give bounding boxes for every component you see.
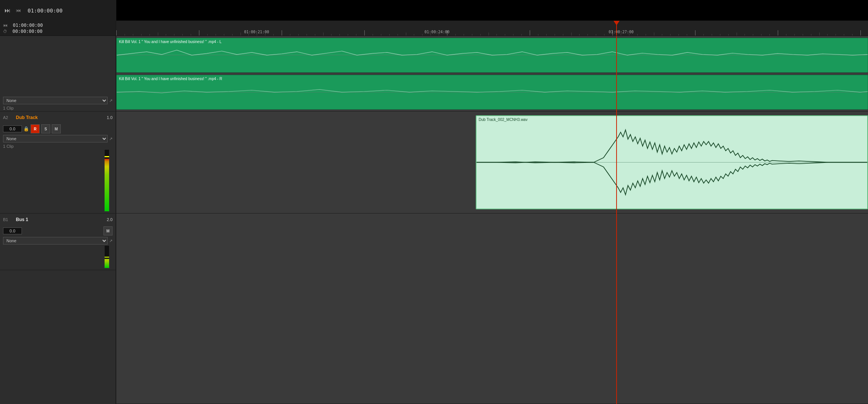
a1-clip-count: 1 Clip — [0, 105, 116, 111]
b1-controls-row: M — [0, 226, 116, 236]
app-container: ⏭ ⏮ 01:00:00:00 ⏮ 01:00:00:00 ⏱ 00:00:00… — [0, 0, 868, 404]
track-lane-a2: Dub Track_002_MCNH3.wav — [116, 111, 868, 214]
a2-vol: 1.0 — [102, 115, 113, 120]
skip-to-end-button[interactable]: ⏭ — [3, 6, 12, 15]
b1-fader-input[interactable] — [3, 228, 22, 234]
clip-a1-lower-label: Kill Bill Vol. 1 " You and I have unfini… — [119, 77, 222, 81]
b1-id: B1 — [3, 217, 14, 222]
a2-record-button[interactable]: R — [31, 124, 40, 133]
a1-route-select[interactable]: None — [3, 97, 108, 104]
a2-vu-bar — [105, 159, 109, 211]
track-header-a2: A2 Dub Track 1.0 🔒 R S M None ↗ — [0, 111, 116, 214]
a1-route-row: None ↗ — [0, 96, 116, 105]
timecode-2: 01:00:00:00 — [13, 23, 43, 28]
b1-route-row: None ↗ — [0, 236, 116, 245]
main-area: None ↗ 1 Clip A2 Dub Track 1.0 🔒 R S — [0, 36, 868, 404]
track-headers: None ↗ 1 Clip A2 Dub Track 1.0 🔒 R S — [0, 36, 116, 404]
waveform-svg-lower — [117, 82, 868, 102]
a2-clip-count: 1 Clip — [0, 143, 116, 149]
ruler-ticks — [116, 21, 868, 36]
a2-route-select[interactable]: None — [3, 135, 108, 142]
playhead-marker — [614, 21, 620, 25]
b1-route-select[interactable]: None — [3, 237, 108, 245]
a2-fader-input[interactable] — [3, 125, 22, 132]
timecode-1: 01:00:00:00 — [28, 8, 63, 14]
track-header-b1: B1 Bus 1 2.0 M None ↗ — [0, 214, 116, 270]
b1-send-icon[interactable]: ↗ — [109, 238, 113, 243]
a2-vu-meter — [104, 149, 109, 212]
clip-a1-upper[interactable]: Kill Bill Vol. 1 " You and I have unfini… — [116, 38, 868, 73]
b1-name: Bus 1 — [16, 217, 100, 222]
timecode-icon-1: ⏮ — [16, 8, 21, 13]
b1-vu-peak — [105, 257, 109, 258]
a2-name: Dub Track — [16, 115, 100, 120]
a2-send-icon[interactable]: ↗ — [109, 136, 113, 141]
track-header-a1: None ↗ 1 Clip — [0, 36, 116, 111]
a2-controls-row: 🔒 R S M — [0, 124, 116, 134]
clip-a1-upper-label: Kill Bill Vol. 1 " You and I have unfini… — [119, 40, 222, 44]
b1-vu-bar — [105, 259, 109, 268]
track-lane-a1: Kill Bill Vol. 1 " You and I have unfini… — [116, 36, 868, 111]
ruler-playhead — [616, 21, 617, 36]
clip-a2-label: Dub Track_002_MCNH3.wav — [479, 118, 528, 206]
b1-label-row: B1 Bus 1 2.0 — [0, 214, 116, 226]
a2-solo-button[interactable]: S — [41, 124, 50, 133]
skip-start-icon: ⏮ — [3, 23, 8, 28]
timeline-area: Kill Bill Vol. 1 " You and I have unfini… — [116, 36, 868, 404]
a2-label-row: A2 Dub Track 1.0 — [0, 111, 116, 124]
b1-mute-button[interactable]: M — [103, 226, 113, 235]
transport-area: ⏭ ⏮ 01:00:00:00 — [0, 0, 116, 21]
clock-icon: ⏱ — [3, 29, 7, 34]
timecode-3: 00:00:00:00 — [12, 29, 42, 34]
video-preview — [116, 0, 868, 21]
a2-id: A2 — [3, 115, 14, 120]
a2-mute-button[interactable]: M — [52, 124, 61, 133]
b1-vu-meter — [104, 245, 109, 268]
b1-vol: 2.0 — [102, 217, 113, 222]
clip-a1-lower[interactable]: Kill Bill Vol. 1 " You and I have unfini… — [116, 75, 868, 110]
a2-route-row: None ↗ — [0, 134, 116, 143]
a1-send-icon[interactable]: ↗ — [109, 98, 113, 103]
clip-a2[interactable]: Dub Track_002_MCNH3.wav — [476, 115, 868, 209]
waveform-svg-a2 — [476, 116, 867, 209]
waveform-svg-upper — [117, 45, 868, 65]
a2-vu-peak — [105, 156, 109, 157]
a2-lock-icon[interactable]: 🔒 — [23, 126, 29, 132]
timeline-ruler: 01:00:21:00 01:00:24:00 01:00:27:00 — [116, 21, 868, 36]
track-lane-b1 — [116, 214, 868, 404]
